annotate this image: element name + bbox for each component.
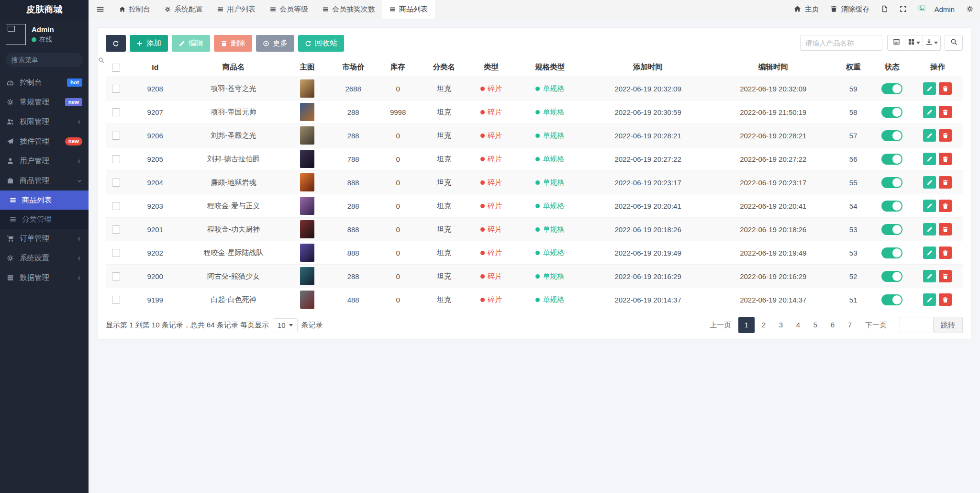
sidebar-item-商品列表[interactable]: 商品列表 [0, 190, 89, 210]
edit-row-button[interactable] [923, 176, 936, 189]
jump-button[interactable]: 跳转 [933, 317, 963, 333]
row-checkbox[interactable] [112, 202, 120, 210]
edit-row-button[interactable] [923, 106, 936, 118]
tab-会员抽奖次数[interactable]: 会员抽奖次数 [315, 0, 382, 19]
tab-控制台[interactable]: 控制台 [112, 0, 157, 19]
toggle-view-button[interactable] [887, 35, 905, 51]
sidebar-item-数据管理[interactable]: 数据管理 [0, 268, 89, 288]
row-checkbox[interactable] [112, 132, 120, 140]
page-button-3[interactable]: 3 [773, 317, 789, 333]
page-button-6[interactable]: 6 [824, 317, 841, 333]
edit-row-button[interactable] [923, 223, 936, 235]
product-thumbnail[interactable] [300, 173, 314, 191]
product-search-input[interactable] [800, 35, 882, 51]
tab-用户列表[interactable]: 用户列表 [210, 0, 263, 19]
product-thumbnail[interactable] [300, 126, 314, 145]
product-thumbnail[interactable] [300, 150, 314, 168]
user-menu[interactable]: Admin [918, 4, 955, 14]
export-button[interactable] [923, 35, 941, 51]
product-thumbnail[interactable] [300, 291, 314, 309]
sidebar-item-常规管理[interactable]: 常规管理new [0, 92, 89, 112]
delete-row-button[interactable] [939, 270, 952, 282]
edit-row-button[interactable] [923, 82, 936, 95]
home-link[interactable]: 主页 [794, 5, 819, 14]
row-checkbox[interactable] [112, 296, 120, 304]
product-thumbnail[interactable] [300, 103, 314, 121]
sidebar-item-控制台[interactable]: 控制台hot [0, 73, 89, 92]
delete-button[interactable]: 删除 [214, 35, 252, 52]
page-button-4[interactable]: 4 [790, 317, 806, 333]
edit-row-button[interactable] [923, 293, 936, 306]
product-thumbnail[interactable] [300, 267, 314, 285]
edit-row-button[interactable] [923, 153, 936, 165]
product-thumbnail[interactable] [300, 197, 314, 215]
page-button-1[interactable]: 1 [738, 317, 755, 333]
recycle-bin-button[interactable]: 回收站 [298, 35, 344, 52]
page-button-5[interactable]: 5 [807, 317, 824, 333]
sidebar-item-插件管理[interactable]: 插件管理new [0, 132, 89, 151]
edit-row-button[interactable] [923, 129, 936, 142]
row-checkbox[interactable] [112, 85, 120, 93]
delete-row-button[interactable] [939, 293, 952, 306]
row-checkbox[interactable] [112, 272, 120, 280]
delete-row-button[interactable] [939, 223, 952, 235]
delete-row-button[interactable] [939, 129, 952, 142]
more-button[interactable]: 更多 [256, 35, 294, 52]
sidebar-item-系统设置[interactable]: 系统设置 [0, 248, 89, 268]
status-toggle[interactable] [881, 107, 902, 118]
delete-row-button[interactable] [939, 200, 952, 212]
edit-button[interactable]: 编辑 [172, 35, 210, 52]
select-all-checkbox[interactable] [112, 64, 120, 72]
status-toggle[interactable] [881, 247, 902, 258]
delete-row-button[interactable] [939, 176, 952, 189]
tab-会员等级[interactable]: 会员等级 [263, 0, 315, 19]
product-thumbnail[interactable] [300, 220, 314, 238]
status-toggle[interactable] [881, 224, 902, 235]
jump-page-input[interactable] [900, 317, 930, 333]
edit-row-button[interactable] [923, 200, 936, 212]
table-search-button[interactable] [945, 35, 963, 51]
next-page-button[interactable]: 下一页 [859, 317, 893, 333]
settings-gear-button[interactable] [966, 5, 973, 14]
sidebar-toggle-button[interactable] [89, 0, 112, 19]
page-size-select[interactable]: 10 [273, 318, 298, 332]
status-toggle[interactable] [881, 294, 902, 305]
delete-row-button[interactable] [939, 153, 952, 165]
tab-系统配置[interactable]: 系统配置 [157, 0, 210, 19]
tab-label: 用户列表 [227, 5, 256, 14]
delete-row-button[interactable] [939, 246, 952, 259]
edit-row-button[interactable] [923, 246, 936, 259]
fullscreen-button[interactable] [900, 5, 907, 14]
clear-cache-button[interactable]: 清除缓存 [830, 5, 869, 14]
status-toggle[interactable] [881, 201, 902, 212]
row-checkbox[interactable] [112, 179, 120, 187]
sidebar-item-商品管理[interactable]: 商品管理 [0, 171, 89, 190]
row-checkbox[interactable] [112, 155, 120, 163]
refresh-button[interactable] [106, 35, 126, 52]
tab-商品列表[interactable]: 商品列表 [382, 0, 435, 19]
status-toggle[interactable] [881, 177, 902, 188]
status-toggle[interactable] [881, 154, 902, 165]
columns-button[interactable] [905, 35, 923, 51]
product-thumbnail[interactable] [300, 79, 314, 98]
sidebar-item-分类管理[interactable]: 分类管理 [0, 210, 89, 229]
status-toggle[interactable] [881, 130, 902, 141]
page-button-7[interactable]: 7 [842, 317, 858, 333]
edit-row-button[interactable] [923, 270, 936, 282]
docs-button[interactable] [881, 5, 888, 14]
status-toggle[interactable] [881, 271, 902, 282]
row-checkbox[interactable] [112, 225, 120, 234]
delete-row-button[interactable] [939, 106, 952, 118]
delete-row-button[interactable] [939, 82, 952, 95]
sidebar-item-订单管理[interactable]: 订单管理 [0, 229, 89, 248]
page-button-2[interactable]: 2 [756, 317, 772, 333]
sidebar-search-input[interactable] [11, 56, 98, 64]
status-toggle[interactable] [881, 83, 902, 94]
row-checkbox[interactable] [112, 249, 120, 257]
sidebar-item-用户管理[interactable]: 用户管理 [0, 151, 89, 171]
row-checkbox[interactable] [112, 108, 120, 116]
product-thumbnail[interactable] [300, 244, 314, 262]
add-button[interactable]: 添加 [130, 35, 168, 52]
sidebar-item-权限管理[interactable]: 权限管理 [0, 112, 89, 132]
prev-page-button[interactable]: 上一页 [703, 317, 737, 333]
